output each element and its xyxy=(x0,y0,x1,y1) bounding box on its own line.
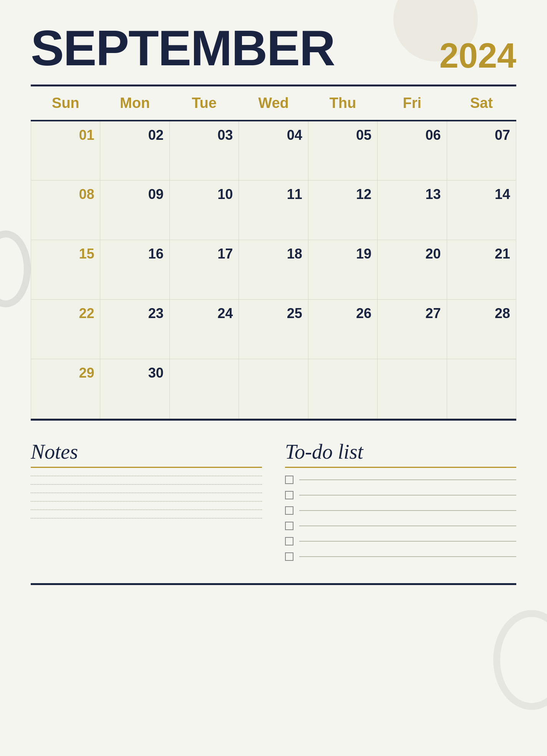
todo-item-5[interactable] xyxy=(285,537,516,545)
calendar-week-1: 01020304050607 xyxy=(31,121,516,180)
day-number-05: 05 xyxy=(314,127,371,143)
day-number-29: 29 xyxy=(37,365,94,381)
day-number-11: 11 xyxy=(245,186,302,202)
day-cell-2-4: 11 xyxy=(239,180,308,240)
day-cell-2-6: 13 xyxy=(378,180,447,240)
day-cell-1-2: 02 xyxy=(100,121,169,180)
todo-item-2[interactable] xyxy=(285,491,516,499)
day-cell-2-5: 12 xyxy=(308,180,377,240)
header-wed: Wed xyxy=(239,86,308,121)
day-number-09: 09 xyxy=(106,186,163,202)
day-cell-5-3 xyxy=(169,359,239,418)
day-cell-4-1: 22 xyxy=(31,299,100,359)
day-cell-1-4: 04 xyxy=(239,121,308,180)
header-thu: Thu xyxy=(308,86,377,121)
day-number-14: 14 xyxy=(453,186,510,202)
day-cell-2-7: 14 xyxy=(447,180,516,240)
notes-title: Notes xyxy=(31,440,262,464)
todo-checkbox-6[interactable] xyxy=(285,552,293,561)
day-number-10: 10 xyxy=(176,186,233,202)
todo-line-4 xyxy=(299,526,516,526)
todo-title: To-do list xyxy=(285,440,516,464)
day-cell-1-6: 06 xyxy=(378,121,447,180)
todo-checkbox-2[interactable] xyxy=(285,491,293,499)
day-cell-1-1: 01 xyxy=(31,121,100,180)
todo-section: To-do list xyxy=(285,440,516,568)
deco-circle-left xyxy=(0,230,31,307)
day-number-18: 18 xyxy=(245,246,302,262)
page: SEPTEMBER 2024 Sun Mon Tue Wed Thu Fri S… xyxy=(0,0,547,756)
header-sat: Sat xyxy=(447,86,516,121)
final-border xyxy=(31,583,516,585)
todo-item-4[interactable] xyxy=(285,522,516,530)
notes-line-4 xyxy=(31,501,262,502)
day-cell-3-5: 19 xyxy=(308,240,377,299)
day-header-row: Sun Mon Tue Wed Thu Fri Sat xyxy=(31,86,516,121)
header-mon: Mon xyxy=(100,86,169,121)
day-cell-4-6: 27 xyxy=(378,299,447,359)
calendar-week-3: 15161718192021 xyxy=(31,240,516,299)
day-cell-4-7: 28 xyxy=(447,299,516,359)
day-cell-1-3: 03 xyxy=(169,121,239,180)
day-cell-5-5 xyxy=(308,359,377,418)
day-cell-2-1: 08 xyxy=(31,180,100,240)
bottom-section: Notes To-do list xyxy=(31,440,516,568)
todo-checkbox-3[interactable] xyxy=(285,506,293,515)
day-number-22: 22 xyxy=(37,305,94,322)
day-number-02: 02 xyxy=(106,127,163,143)
todo-gold-line xyxy=(285,467,516,468)
day-cell-3-2: 16 xyxy=(100,240,169,299)
day-number-06: 06 xyxy=(383,127,441,143)
calendar-week-2: 08091011121314 xyxy=(31,180,516,240)
todo-line-3 xyxy=(299,510,516,511)
day-cell-5-2: 30 xyxy=(100,359,169,418)
day-number-16: 16 xyxy=(106,246,163,262)
day-number-23: 23 xyxy=(106,305,163,322)
todo-items-container xyxy=(285,476,516,561)
calendar-section: Sun Mon Tue Wed Thu Fri Sat 010203040506… xyxy=(31,85,516,421)
notes-line-2 xyxy=(31,484,262,485)
header: SEPTEMBER 2024 xyxy=(31,23,516,73)
todo-line-1 xyxy=(299,479,516,480)
calendar-week-5: 2930 xyxy=(31,359,516,418)
day-number-28: 28 xyxy=(453,305,510,322)
day-number-26: 26 xyxy=(314,305,371,322)
todo-item-1[interactable] xyxy=(285,476,516,484)
day-number-27: 27 xyxy=(383,305,441,322)
day-number-17: 17 xyxy=(176,246,233,262)
day-number-12: 12 xyxy=(314,186,371,202)
day-number-03: 03 xyxy=(176,127,233,143)
todo-checkbox-4[interactable] xyxy=(285,522,293,530)
day-cell-4-5: 26 xyxy=(308,299,377,359)
header-sun: Sun xyxy=(31,86,100,121)
day-cell-3-7: 21 xyxy=(447,240,516,299)
day-number-25: 25 xyxy=(245,305,302,322)
day-cell-5-7 xyxy=(447,359,516,418)
calendar-week-4: 22232425262728 xyxy=(31,299,516,359)
day-number-21: 21 xyxy=(453,246,510,262)
todo-line-5 xyxy=(299,541,516,542)
notes-gold-line xyxy=(31,467,262,468)
day-cell-2-2: 09 xyxy=(100,180,169,240)
notes-line-6 xyxy=(31,518,262,519)
day-cell-5-1: 29 xyxy=(31,359,100,418)
day-number-15: 15 xyxy=(37,246,94,262)
todo-item-6[interactable] xyxy=(285,552,516,561)
day-cell-4-3: 24 xyxy=(169,299,239,359)
todo-checkbox-5[interactable] xyxy=(285,537,293,545)
day-cell-3-4: 18 xyxy=(239,240,308,299)
day-cell-4-2: 23 xyxy=(100,299,169,359)
calendar-table: Sun Mon Tue Wed Thu Fri Sat 010203040506… xyxy=(31,86,516,419)
day-number-19: 19 xyxy=(314,246,371,262)
todo-item-3[interactable] xyxy=(285,506,516,515)
year-title: 2024 xyxy=(439,38,516,73)
day-cell-5-4 xyxy=(239,359,308,418)
notes-line-3 xyxy=(31,492,262,493)
day-number-13: 13 xyxy=(383,186,441,202)
day-cell-3-3: 17 xyxy=(169,240,239,299)
bottom-border xyxy=(31,419,516,421)
day-number-07: 07 xyxy=(453,127,510,143)
month-title: SEPTEMBER xyxy=(31,23,335,73)
day-cell-5-6 xyxy=(378,359,447,418)
todo-checkbox-1[interactable] xyxy=(285,476,293,484)
